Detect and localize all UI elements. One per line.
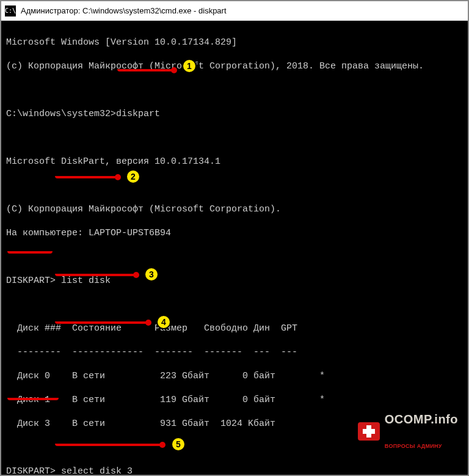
terminal-output: Microsoft Windows [Version 10.0.17134.82…	[1, 21, 468, 475]
watermark: OCOMP.info ВОПРОСЫ АДМИНУ	[358, 395, 458, 467]
annotation-underline	[55, 444, 164, 446]
watermark-title: OCOMP.info	[385, 413, 458, 425]
annotation-underline	[7, 251, 53, 254]
annotation-underline	[55, 274, 137, 276]
window-title: Администратор: C:\windows\system32\cmd.e…	[21, 6, 227, 15]
disk-table-header: Диск ### Состояние Размер Свободно Дин G…	[6, 323, 463, 335]
annotation-underline	[117, 69, 175, 71]
callout-2: 2	[126, 169, 140, 184]
diskpart-banner: Microsoft DiskPart, версия 10.0.17134.1	[6, 156, 463, 168]
diskpart-corp: (C) Корпорация Майкрософт (Microsoft Cor…	[6, 203, 463, 216]
disk-table-row: Диск 0 В сети 223 Gбайт 0 байт *	[6, 370, 463, 383]
prompt-line: C:\windows\system32>diskpart	[6, 108, 463, 120]
annotation-underline	[7, 398, 59, 400]
callout-1: 1	[182, 59, 197, 73]
cmd-icon: C:\	[5, 5, 16, 16]
banner-line: Microsoft Windows [Version 10.0.17134.82…	[6, 37, 463, 49]
watermark-subtitle: ВОПРОСЫ АДМИНУ	[385, 444, 458, 449]
watermark-icon	[358, 422, 380, 441]
annotation-underline	[55, 176, 119, 178]
banner-line: (c) Корпорация Майкрософт (Microsoft Cor…	[6, 60, 463, 73]
prompt-line: DISKPART> list disk	[6, 275, 463, 287]
callout-5: 5	[171, 437, 186, 452]
callout-3: 3	[144, 267, 159, 282]
titlebar[interactable]: C:\ Администратор: C:\windows\system32\c…	[1, 1, 468, 21]
callout-4: 4	[156, 315, 171, 329]
annotation-underline	[55, 321, 150, 324]
diskpart-computer: На компьютере: LAPTOP-UPST6B94	[6, 227, 463, 240]
disk-table-sep: -------- ------------- ------- ------- -…	[6, 346, 463, 359]
